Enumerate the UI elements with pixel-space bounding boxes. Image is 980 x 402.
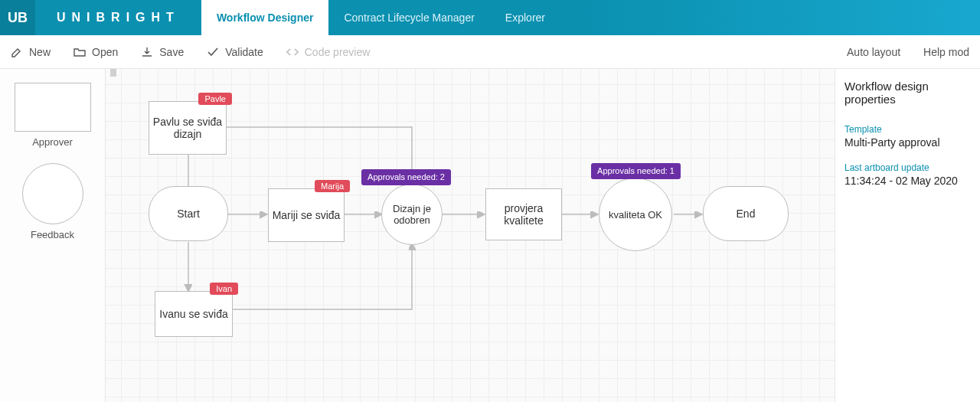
top-bar: UB UNIBRIGHT Workflow Designer Contract … [0,0,980,35]
palette-approver[interactable]: Approver [15,83,91,148]
help-button[interactable]: Help mod [923,46,969,58]
download-icon [141,46,153,58]
save-button[interactable]: Save [141,46,184,58]
save-label: Save [159,46,184,58]
node-mariji[interactable]: Marija Mariji se sviđa [268,188,345,242]
node-end[interactable]: End [703,186,789,241]
palette-approver-label: Approver [32,136,73,148]
new-button[interactable]: New [11,46,51,58]
tag-ivan: Ivan [210,283,238,295]
tab-contract-lifecycle[interactable]: Contract Lifecycle Manager [328,0,489,35]
code-preview-button[interactable]: Code preview [286,46,371,58]
properties-title: Workflow design properties [844,80,971,106]
open-label: Open [92,46,118,58]
properties-panel: Workflow design properties Template Mult… [835,69,980,402]
tag-pavle: Pavle [198,93,232,105]
tag-approvals-1: Approvals needed: 1 [591,163,681,179]
node-provjera[interactable]: provjera kvalitete [485,188,562,240]
template-label: Template [844,124,971,135]
palette: Approver Feedback [0,69,106,402]
node-dizajn[interactable]: Approvals needed: 2 Dizajn je odobren [381,184,443,245]
code-preview-label: Code preview [305,46,371,58]
check-icon [207,46,219,58]
validate-label: Validate [225,46,263,58]
updated-value: 11:34:24 - 02 May 2020 [844,175,971,187]
feedback-shape-icon [22,163,83,224]
auto-layout-button[interactable]: Auto layout [847,46,900,58]
approver-shape-icon [15,83,91,132]
open-button[interactable]: Open [74,46,118,58]
node-pavlu[interactable]: Pavle Pavlu se sviđa dizajn [149,101,227,155]
folder-icon [74,46,86,58]
nav-tabs: Workflow Designer Contract Lifecycle Man… [201,0,560,35]
tab-workflow-designer[interactable]: Workflow Designer [201,0,329,35]
palette-feedback[interactable]: Feedback [22,163,83,240]
validate-button[interactable]: Validate [207,46,263,58]
new-label: New [29,46,51,58]
workspace: Approver Feedback [0,69,980,402]
node-start[interactable]: Start [149,186,228,241]
brand-name: UNIBRIGHT [35,0,201,35]
updated-label: Last artboard update [844,162,971,173]
pencil-icon [11,46,23,58]
tag-marija: Marija [315,180,350,192]
logo-icon: UB [0,0,35,35]
palette-feedback-label: Feedback [31,229,74,240]
node-kvaliteta[interactable]: Approvals needed: 1 kvaliteta OK [599,178,672,251]
canvas[interactable]: Start Pavle Pavlu se sviđa dizajn Marija… [106,69,835,402]
node-ivanu[interactable]: Ivan Ivanu se sviđa [155,291,233,337]
tab-explorer[interactable]: Explorer [490,0,560,35]
toolbar: New Open Save Validate Code preview Auto… [0,35,980,69]
tag-approvals-2: Approvals needed: 2 [361,169,451,185]
template-value: Multi-Party approval [844,136,971,149]
code-icon [286,46,299,58]
nodes-layer: Start Pavle Pavlu se sviđa dizajn Marija… [106,69,835,402]
